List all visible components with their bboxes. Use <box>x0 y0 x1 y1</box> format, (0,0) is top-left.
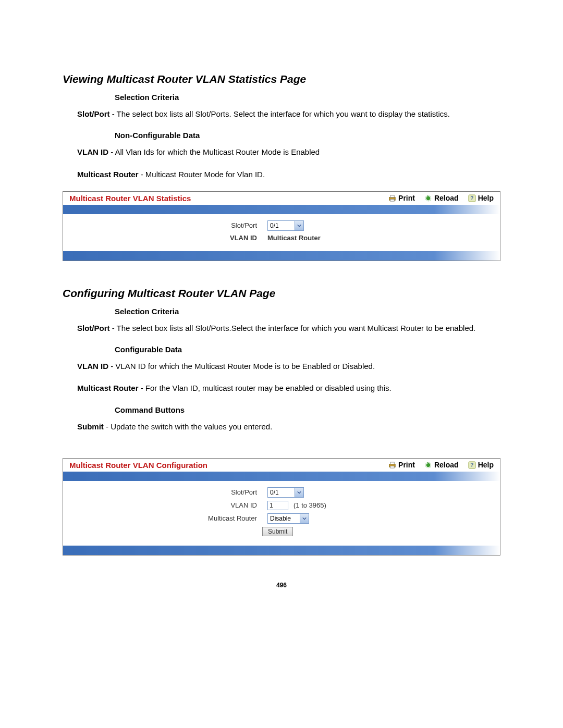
row-multicast-router: Multicast Router Disable <box>69 513 494 524</box>
svg-rect-1 <box>390 195 395 198</box>
panel-header-b: Multicast Router VLAN Configuration Prin… <box>63 459 500 472</box>
input-vlanid[interactable]: 1 <box>267 501 288 510</box>
svg-rect-8 <box>390 466 395 468</box>
row-slotport-b: Slot/Port 0/1 <box>69 487 494 498</box>
subheading-nonconfigurable: Non-Configurable Data <box>63 131 500 140</box>
select-slotport-value-b: 0/1 <box>270 489 279 496</box>
print-button[interactable]: Print <box>388 194 415 202</box>
select-slotport-value: 0/1 <box>270 222 279 229</box>
print-label-b: Print <box>398 461 415 469</box>
subheading-configurable: Configurable Data <box>63 345 500 354</box>
print-button-b[interactable]: Print <box>388 461 415 469</box>
select-multicast-router-value: Disable <box>270 515 291 522</box>
reload-button-b[interactable]: Reload <box>424 461 459 469</box>
divider-bar <box>63 205 500 214</box>
chevron-down-icon <box>295 488 303 497</box>
select-slotport-b[interactable]: 0/1 <box>267 487 304 498</box>
paragraph-slotport: Slot/Port - The select box lists all Slo… <box>63 109 500 119</box>
page-number: 496 <box>63 582 500 589</box>
paragraph-vlanid: VLAN ID - All Vlan Ids for which the Mul… <box>63 147 500 157</box>
label-multicast-router: Multicast Router <box>69 514 267 522</box>
panel-header: Multicast Router VLAN Statistics Print R… <box>63 192 500 205</box>
subheading-selection-criteria: Selection Criteria <box>63 93 500 102</box>
help-button-b[interactable]: ? Help <box>468 461 494 469</box>
desc-slotport: - The select box lists all Slot/Ports. S… <box>110 109 450 118</box>
term-slotport-2: Slot/Port <box>77 324 110 332</box>
reload-label: Reload <box>434 194 459 202</box>
panel-body-b: Slot/Port 0/1 VLAN ID 1 (1 to 3965) Mult… <box>63 481 500 546</box>
row-submit: Submit <box>69 527 494 536</box>
panel-vlan-configuration: Multicast Router VLAN Configuration Prin… <box>63 458 500 556</box>
panel-title: Multicast Router VLAN Statistics <box>69 194 191 203</box>
svg-rect-2 <box>390 199 395 201</box>
label-vlanid: VLAN ID <box>69 501 267 509</box>
paragraph-slotport-2: Slot/Port - The select box lists all Slo… <box>63 323 500 334</box>
desc-slotport-2: - The select box lists all Slot/Ports.Se… <box>110 324 476 332</box>
panel-vlan-statistics: Multicast Router VLAN Statistics Print R… <box>63 191 500 261</box>
row-slotport: Slot/Port 0/1 <box>69 220 494 231</box>
desc-vlanid: - All Vlan Ids for which the Multicast R… <box>108 147 320 156</box>
paragraph-vlanid-2: VLAN ID - VLAN ID for which the Multicas… <box>63 361 500 372</box>
select-multicast-router[interactable]: Disable <box>267 513 309 524</box>
divider-bar-b-bottom <box>63 546 500 555</box>
select-slotport[interactable]: 0/1 <box>267 220 304 231</box>
help-label: Help <box>478 194 494 202</box>
label-slotport: Slot/Port <box>69 221 267 229</box>
desc-multicast-router-2: - For the Vlan ID, multicast router may … <box>139 384 391 392</box>
divider-bar-b <box>63 472 500 481</box>
term-vlanid: VLAN ID <box>77 147 108 156</box>
document-page: Viewing Multicast Router VLAN Statistics… <box>0 0 563 610</box>
print-icon <box>388 461 396 469</box>
reload-icon <box>424 194 432 202</box>
chevron-down-icon <box>300 514 309 523</box>
reload-label-b: Reload <box>434 461 459 469</box>
desc-multicast-router: - Multicast Router Mode for Vlan ID. <box>139 170 265 179</box>
label-slotport-b: Slot/Port <box>69 488 267 496</box>
reload-button[interactable]: Reload <box>424 194 459 202</box>
paragraph-multicast-router-2: Multicast Router - For the Vlan ID, mult… <box>63 383 500 393</box>
col-vlan-id: VLAN ID <box>69 234 267 242</box>
panel-body: Slot/Port 0/1 VLAN ID Multicast Router <box>63 214 500 251</box>
help-icon: ? <box>468 461 476 469</box>
print-icon <box>388 194 396 202</box>
help-label-b: Help <box>478 461 494 469</box>
chevron-down-icon <box>295 221 303 230</box>
divider-bar-bottom <box>63 251 500 261</box>
table-header: VLAN ID Multicast Router <box>69 234 494 242</box>
term-slotport: Slot/Port <box>77 109 110 118</box>
subheading-command-buttons: Command Buttons <box>63 405 500 414</box>
help-button[interactable]: ? Help <box>468 194 494 202</box>
term-vlanid-2: VLAN ID <box>77 362 108 371</box>
paragraph-submit: Submit - Update the switch with the valu… <box>63 422 500 432</box>
desc-submit: - Update the switch with the values you … <box>104 422 273 431</box>
help-icon: ? <box>468 194 476 202</box>
panel-actions: Print Reload ? Help <box>388 194 494 202</box>
section-title-statistics: Viewing Multicast Router VLAN Statistics… <box>63 73 500 85</box>
desc-vlanid-2: - VLAN ID for which the Multicast Router… <box>108 362 375 371</box>
reload-icon <box>424 461 432 469</box>
term-multicast-router-2: Multicast Router <box>77 384 139 392</box>
term-submit: Submit <box>77 422 104 431</box>
subheading-selection-criteria-2: Selection Criteria <box>63 307 500 316</box>
svg-rect-7 <box>390 462 395 464</box>
submit-button[interactable]: Submit <box>262 527 293 536</box>
svg-text:?: ? <box>470 462 473 468</box>
panel-title-b: Multicast Router VLAN Configuration <box>69 461 207 470</box>
row-vlanid: VLAN ID 1 (1 to 3965) <box>69 501 494 510</box>
print-label: Print <box>398 194 415 202</box>
paragraph-multicast-router: Multicast Router - Multicast Router Mode… <box>63 169 500 180</box>
svg-text:?: ? <box>470 195 473 201</box>
panel-actions-b: Print Reload ? Help <box>388 461 494 469</box>
term-multicast-router: Multicast Router <box>77 170 139 179</box>
section-title-configuring: Configuring Multicast Router VLAN Page <box>63 287 500 300</box>
hint-vlanid-range: (1 to 3965) <box>293 501 326 509</box>
col-multicast-router: Multicast Router <box>267 234 321 242</box>
